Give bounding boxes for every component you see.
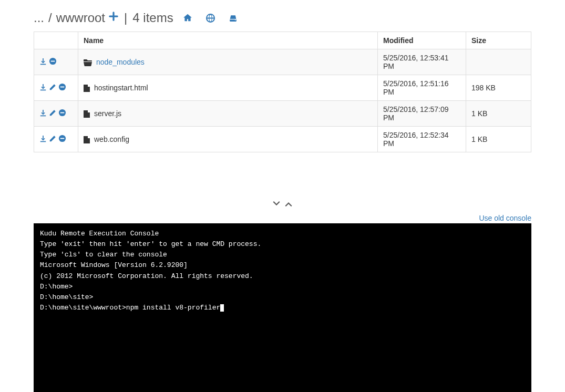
console-toggle <box>34 200 531 211</box>
cell-modified: 5/25/2016, 12:52:34 PM <box>378 127 466 152</box>
folder-link[interactable]: node_modules <box>96 58 145 66</box>
edit-icon[interactable] <box>49 109 56 117</box>
file-name: web.config <box>94 135 129 143</box>
old-console-link-wrap: Use old console <box>34 214 531 222</box>
delete-icon[interactable] <box>58 109 66 117</box>
table-row: node_modules5/25/2016, 12:53:41 PM <box>34 49 531 75</box>
col-header-name: Name <box>78 32 378 49</box>
console[interactable]: Kudu Remote Execution ConsoleType 'exit'… <box>34 223 531 392</box>
download-icon[interactable] <box>39 135 47 142</box>
breadcrumb-pipe: | <box>124 11 127 25</box>
file-name: server.js <box>94 109 121 118</box>
console-line: Type 'cls' to clear the console <box>40 250 525 260</box>
svg-rect-7 <box>60 138 65 139</box>
download-icon[interactable] <box>39 84 47 91</box>
console-line: (c) 2012 Microsoft Corporation. All righ… <box>40 271 525 282</box>
file-icon <box>84 110 90 118</box>
col-header-actions <box>34 32 78 49</box>
cell-size: 1 KB <box>466 101 531 127</box>
download-icon[interactable] <box>39 58 47 65</box>
cell-size: 1 KB <box>466 127 531 152</box>
chevron-down-icon[interactable] <box>272 200 281 208</box>
svg-rect-5 <box>60 112 65 114</box>
table-row: hostingstart.html5/25/2016, 12:51:16 PM1… <box>34 75 531 101</box>
cell-size <box>466 49 531 75</box>
cell-modified: 5/25/2016, 12:51:16 PM <box>378 75 466 101</box>
console-prompt: D:\home\site\wwwroot> <box>40 304 126 312</box>
cell-size: 198 KB <box>466 75 531 101</box>
cell-modified: 5/25/2016, 12:57:09 PM <box>378 101 466 127</box>
edit-icon[interactable] <box>49 84 56 91</box>
col-header-modified: Modified <box>378 32 466 49</box>
delete-icon[interactable] <box>58 135 66 142</box>
console-input[interactable]: npm install v8-profiler <box>126 304 220 312</box>
delete-icon[interactable] <box>58 83 66 91</box>
breadcrumb-separator: / <box>48 11 52 25</box>
console-line: D:\home> <box>40 282 525 292</box>
globe-icon[interactable] <box>206 14 215 23</box>
table-header-row: Name Modified Size <box>34 32 531 49</box>
breadcrumb: ... / wwwroot | 4 items <box>34 8 531 25</box>
chevron-up-icon[interactable] <box>284 200 293 208</box>
breadcrumb-leading[interactable]: ... <box>34 11 44 25</box>
svg-rect-3 <box>60 87 65 88</box>
file-name: hostingstart.html <box>94 84 148 92</box>
console-cursor <box>220 304 224 312</box>
disk-icon[interactable] <box>229 14 238 23</box>
svg-rect-1 <box>51 61 55 62</box>
home-icon[interactable] <box>183 13 192 23</box>
table-row: web.config5/25/2016, 12:52:34 PM1 KB <box>34 127 531 152</box>
file-table: Name Modified Size node_modules5/25/2016… <box>34 32 531 152</box>
use-old-console-link[interactable]: Use old console <box>479 214 531 222</box>
folder-icon <box>84 59 92 66</box>
breadcrumb-current[interactable]: wwwroot <box>56 11 105 25</box>
console-line: D:\home\site> <box>40 292 525 303</box>
edit-icon[interactable] <box>49 135 56 142</box>
file-icon <box>84 85 90 92</box>
console-line: Kudu Remote Execution Console <box>40 229 525 239</box>
col-header-size: Size <box>466 32 531 49</box>
plus-icon[interactable] <box>108 11 119 25</box>
file-icon <box>84 136 90 143</box>
cell-modified: 5/25/2016, 12:53:41 PM <box>378 49 466 75</box>
download-icon[interactable] <box>39 109 47 117</box>
console-input-line[interactable]: D:\home\site\wwwroot>npm install v8-prof… <box>40 303 525 313</box>
items-count: 4 items <box>132 11 173 25</box>
console-line: Type 'exit' then hit 'enter' to get a ne… <box>40 239 525 250</box>
table-row: server.js5/25/2016, 12:57:09 PM1 KB <box>34 101 531 127</box>
console-line: Microsoft Windows [Version 6.2.9200] <box>40 260 525 271</box>
delete-icon[interactable] <box>49 57 57 65</box>
